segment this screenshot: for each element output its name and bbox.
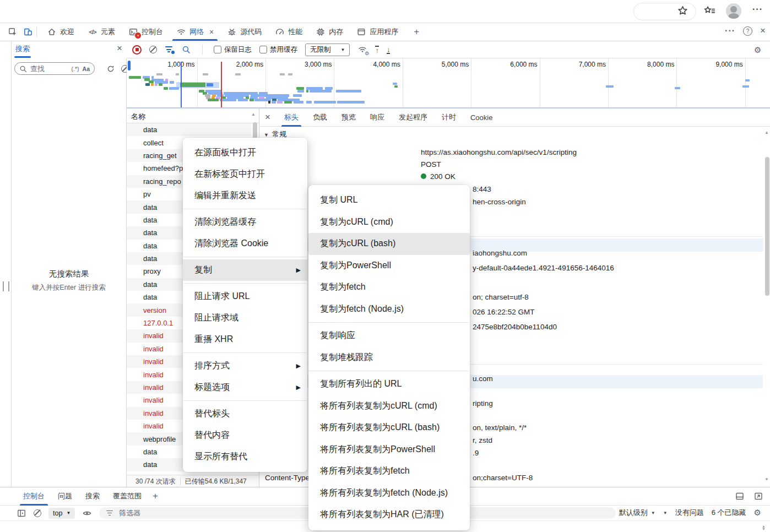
details-tab-预览[interactable]: 预览 bbox=[334, 108, 363, 127]
headers-scrollbar-thumb[interactable] bbox=[765, 157, 769, 296]
devtools-tab-元素[interactable]: </>元素 bbox=[81, 23, 122, 41]
details-tab-响应[interactable]: 响应 bbox=[363, 108, 392, 127]
search-panel-close-icon[interactable]: × bbox=[117, 43, 122, 54]
devtools-tab-欢迎[interactable]: 欢迎 bbox=[40, 23, 81, 41]
regex-toggle[interactable]: (.*) bbox=[72, 66, 79, 72]
levels-extra-dropdown-icon[interactable]: ▼ bbox=[663, 511, 668, 515]
clear-network-log-icon[interactable] bbox=[149, 46, 157, 53]
expand-drawer-icon[interactable] bbox=[753, 491, 763, 501]
search-input[interactable]: 查找 (.*) Aa bbox=[14, 62, 95, 75]
menu-item[interactable]: 替代标头 bbox=[183, 403, 307, 425]
menu-item[interactable]: 复制堆栈跟踪 bbox=[308, 347, 470, 369]
drawer-scroll-indicator[interactable]: ▲▼ bbox=[762, 525, 766, 530]
live-expression-eye-icon[interactable] bbox=[82, 508, 92, 518]
preserve-log-box[interactable] bbox=[214, 46, 221, 53]
menu-item[interactable]: 在源面板中打开 bbox=[183, 142, 307, 164]
menu-item[interactable]: 排序方式▶ bbox=[183, 355, 307, 377]
menu-item[interactable]: 复制所有列出的 URL bbox=[308, 373, 470, 395]
device-toolbar-icon[interactable] bbox=[23, 27, 33, 37]
network-conditions-icon[interactable]: ⚙ bbox=[357, 45, 367, 55]
console-settings-gear-icon[interactable]: ⚙ bbox=[754, 508, 761, 518]
menu-item[interactable]: 重播 XHR bbox=[183, 329, 307, 350]
drag-handle[interactable] bbox=[3, 281, 9, 291]
devtools-tab-控制台[interactable]: ×控制台 bbox=[122, 23, 170, 41]
details-tab-负载[interactable]: 负载 bbox=[306, 108, 334, 127]
overview-handle[interactable] bbox=[128, 61, 131, 70]
drawer-tab-覆盖范围[interactable]: 覆盖范围 bbox=[106, 487, 148, 506]
details-close-icon[interactable]: × bbox=[265, 112, 270, 123]
javascript-context-selector[interactable]: top ▼ bbox=[48, 508, 75, 519]
search-network-icon[interactable] bbox=[181, 45, 191, 55]
drawer-more-tabs-button[interactable]: + bbox=[153, 491, 158, 502]
details-tab-发起程序[interactable]: 发起程序 bbox=[392, 108, 435, 127]
details-tab-标头[interactable]: 标头 bbox=[277, 108, 306, 127]
menu-item[interactable]: 复制▶ bbox=[183, 259, 307, 281]
drawer-tab-问题[interactable]: 问题 bbox=[51, 487, 79, 506]
devtools-tab-应用程序[interactable]: 应用程序 bbox=[350, 23, 405, 41]
import-har-icon[interactable]: ↑ bbox=[375, 46, 379, 54]
devtools-tab-性能[interactable]: 性能 bbox=[268, 23, 309, 41]
devtools-close-icon[interactable]: × bbox=[760, 25, 766, 36]
help-icon[interactable]: ? bbox=[743, 26, 752, 36]
avatar[interactable] bbox=[726, 3, 741, 19]
filter-icon[interactable] bbox=[165, 46, 173, 53]
menu-item[interactable]: 将所有列表复制为cURL (cmd) bbox=[308, 395, 470, 417]
menu-item[interactable]: 复制响应 bbox=[308, 325, 470, 347]
name-column-header[interactable]: 名称 bbox=[131, 112, 145, 122]
headers-scroll-down-icon[interactable]: ▼ bbox=[764, 477, 769, 482]
menu-item[interactable]: 复制 URL bbox=[308, 189, 470, 211]
more-tabs-button[interactable]: + bbox=[414, 26, 419, 37]
menu-item[interactable]: 编辑并重新发送 bbox=[183, 185, 307, 207]
menu-item[interactable]: 复制为cURL (cmd) bbox=[308, 211, 470, 234]
details-tab-Cookie[interactable]: Cookie bbox=[463, 108, 500, 127]
menu-item[interactable]: 在新标签页中打开 bbox=[183, 164, 307, 185]
details-tab-计时[interactable]: 计时 bbox=[435, 108, 463, 127]
refresh-search-icon[interactable] bbox=[106, 64, 116, 74]
devtools-tab-源代码[interactable]: 源代码 bbox=[220, 23, 268, 41]
headers-scroll-up-icon[interactable]: ▲ bbox=[764, 130, 769, 135]
table-scroll-up-icon[interactable]: ▲ bbox=[251, 112, 257, 117]
tab-search[interactable]: 搜索 bbox=[15, 44, 30, 54]
drawer-tab-控制台[interactable]: 控制台 bbox=[17, 487, 51, 506]
favorites-list-icon[interactable] bbox=[703, 4, 716, 17]
hidden-messages-count[interactable]: 6 个已隐藏 bbox=[712, 508, 746, 518]
favorite-star-icon[interactable] bbox=[676, 4, 688, 17]
menu-item[interactable]: 将所有列表复制为fetch (Node.js) bbox=[308, 482, 470, 504]
devtools-tab-内存[interactable]: 内存 bbox=[309, 23, 350, 41]
menu-item[interactable]: 复制为fetch bbox=[308, 276, 470, 298]
throttling-dropdown[interactable]: 无限制 ▼ bbox=[305, 44, 350, 56]
menu-item[interactable]: 复制为PowerShell bbox=[308, 255, 470, 277]
network-settings-gear-icon[interactable]: ⚙ bbox=[754, 45, 761, 55]
close-tab-icon[interactable]: × bbox=[209, 28, 214, 36]
log-levels-dropdown[interactable]: 默认级别▼ bbox=[619, 508, 655, 518]
menu-item[interactable]: 清除浏览器缓存 bbox=[183, 211, 307, 233]
menu-item[interactable]: 显示所有替代 bbox=[183, 446, 307, 468]
match-case-toggle[interactable]: Aa bbox=[83, 66, 90, 72]
export-har-icon[interactable]: ↓ bbox=[387, 46, 391, 54]
inspect-element-icon[interactable] bbox=[8, 27, 18, 37]
console-sidebar-toggle-icon[interactable] bbox=[17, 508, 26, 518]
request-table-header[interactable]: 名称 ▲ bbox=[127, 108, 259, 123]
menu-item[interactable]: 阻止请求 URL bbox=[183, 286, 307, 307]
dock-icon[interactable] bbox=[735, 491, 745, 501]
menu-item[interactable]: 阻止请求域 bbox=[183, 307, 307, 329]
devtools-tab-网络[interactable]: 网络× bbox=[170, 23, 220, 41]
record-network-log-button[interactable] bbox=[132, 45, 142, 55]
clear-console-icon[interactable] bbox=[34, 509, 41, 517]
menu-item[interactable]: 将所有列表复制为HAR (已清理) bbox=[308, 504, 470, 526]
preserve-log-checkbox[interactable]: 保留日志 bbox=[214, 45, 252, 55]
drawer-tab-搜索[interactable]: 搜索 bbox=[79, 487, 106, 506]
browser-menu-icon[interactable]: ··· bbox=[752, 4, 763, 14]
menu-item[interactable]: 替代内容 bbox=[183, 425, 307, 446]
network-overview-timeline[interactable]: 1,000 ms2,000 ms3,000 ms4,000 ms5,000 ms… bbox=[127, 58, 770, 108]
disable-cache-checkbox[interactable]: 禁用缓存 bbox=[259, 45, 297, 55]
devtools-menu-icon[interactable]: ··· bbox=[725, 26, 735, 36]
disable-cache-box[interactable] bbox=[259, 46, 267, 53]
menu-item[interactable]: 将所有列表复制为fetch bbox=[308, 460, 470, 482]
menu-item[interactable]: 将所有列表复制为PowerShell bbox=[308, 439, 470, 461]
menu-item[interactable]: 复制为cURL (bash) bbox=[308, 233, 470, 255]
menu-item[interactable]: 将所有列表复制为cURL (bash) bbox=[308, 417, 470, 439]
menu-item[interactable]: 复制为fetch (Node.js) bbox=[308, 298, 470, 321]
menu-item[interactable]: 清除浏览器 Cookie bbox=[183, 233, 307, 254]
menu-item[interactable]: 标题选项▶ bbox=[183, 377, 307, 398]
